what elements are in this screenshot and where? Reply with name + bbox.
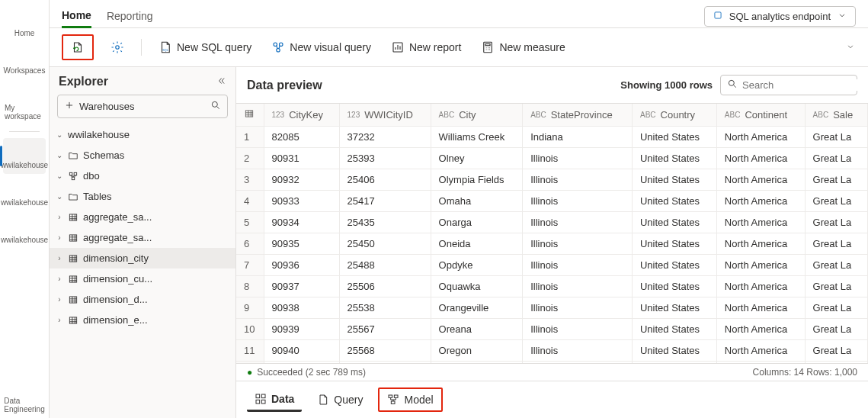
table-row[interactable]: 109093925567OreanaIllinoisUnited StatesN…	[236, 319, 868, 340]
toolbar: SQL New SQL query New visual query New r…	[50, 28, 868, 67]
table-cell: Illinois	[523, 319, 633, 340]
report-icon	[391, 40, 405, 54]
table-cell: North America	[716, 148, 805, 169]
table-row[interactable]: 29093125393OlneyIllinoisUnited StatesNor…	[236, 148, 868, 169]
tab-label: Model	[404, 394, 433, 406]
rail-label: wwilakehouse	[1, 236, 48, 244]
tree-node-Tables[interactable]: ⌄Tables	[50, 186, 235, 207]
tree-node-dimension_d-[interactable]: ›dimension_d...	[50, 289, 235, 310]
tree-node-dimension_e-[interactable]: ›dimension_e...	[50, 310, 235, 330]
new-sql-query-button[interactable]: SQL New SQL query	[155, 39, 255, 56]
rail-wwilakehouse-1[interactable]: wwilakehouse	[3, 138, 46, 174]
rail-home[interactable]: Home	[3, 6, 46, 42]
new-measure-button[interactable]: New measure	[478, 39, 568, 56]
data-grid: 123CityKey123WWICityIDABCCityABCStatePro…	[236, 104, 868, 363]
column-header-City[interactable]: ABCCity	[431, 104, 523, 127]
search-icon[interactable]	[210, 100, 221, 113]
tree-node-wwilakehouse[interactable]: ⌄wwilakehouse	[50, 124, 235, 145]
tree-node-aggregate_sa-[interactable]: ›aggregate_sa...	[50, 227, 235, 248]
table-cell: United States	[632, 233, 716, 255]
warehouses-button[interactable]: Warehouses	[57, 95, 228, 118]
row-number-cell: 2	[236, 148, 264, 169]
settings-button[interactable]	[107, 39, 127, 56]
rail-label: wwilakehouse	[1, 161, 48, 169]
tree-node-aggregate_sa-[interactable]: ›aggregate_sa...	[50, 207, 235, 227]
row-number-cell: 6	[236, 233, 264, 255]
svg-rect-38	[392, 401, 396, 404]
type-icon: ABC	[439, 111, 455, 119]
rail-my-workspace[interactable]: My workspace	[3, 81, 46, 125]
tree-node-dimension_city[interactable]: ›dimension_city	[50, 248, 235, 268]
rail-workspaces[interactable]: Workspaces	[3, 43, 46, 79]
table-row[interactable]: 89093725506OquawkaIllinoisUnited StatesN…	[236, 276, 868, 297]
svg-rect-34	[256, 400, 260, 404]
row-number-header[interactable]	[236, 104, 264, 127]
chevron-icon: ›	[56, 233, 63, 242]
collapse-explorer-button[interactable]	[216, 76, 226, 88]
grid-scroll[interactable]: 123CityKey123WWICityIDABCCityABCStatePro…	[236, 103, 868, 363]
table-row[interactable]: 119094025568OregonIllinoisUnited StatesN…	[236, 340, 868, 362]
svg-point-20	[212, 101, 217, 107]
tab-query[interactable]: Query	[309, 389, 370, 410]
tree-node-dimension_cu-[interactable]: ›dimension_cu...	[50, 268, 235, 289]
svg-rect-23	[72, 177, 75, 180]
table-cell: 90940	[264, 340, 339, 362]
table-row[interactable]: 79093625488OpdykeIllinoisUnited StatesNo…	[236, 255, 868, 276]
tab-home[interactable]: Home	[62, 5, 91, 28]
column-header-Continent[interactable]: ABCContinent	[716, 104, 805, 127]
tree-node-Schemas[interactable]: ⌄Schemas	[50, 145, 235, 166]
column-header-CityKey[interactable]: 123CityKey	[264, 104, 339, 127]
rail-data-engineering[interactable]: Data Engineering	[3, 374, 46, 418]
row-number-cell: 3	[236, 169, 264, 191]
table-row[interactable]: 39093225406Olympia FieldsIllinoisUnited …	[236, 169, 868, 191]
grid-icon	[255, 393, 267, 405]
search-input[interactable]	[742, 79, 868, 91]
preview-search-box[interactable]	[720, 75, 857, 95]
table-cell: Oregon	[431, 340, 523, 362]
column-header-StateProvince[interactable]: ABCStateProvince	[523, 104, 633, 127]
new-report-button[interactable]: New report	[388, 39, 464, 56]
table-row[interactable]: 18208537232Williams CreekIndianaUnited S…	[236, 127, 868, 148]
mode-selector[interactable]: SQL analytics endpoint	[704, 6, 856, 27]
rail-wwilakehouse-3[interactable]: wwilakehouse	[3, 213, 46, 249]
search-icon	[727, 79, 738, 92]
table-cell: Oreana	[431, 319, 523, 340]
table-cell: Illinois	[523, 340, 633, 362]
table-cell: North America	[716, 169, 805, 191]
explorer-panel: Explorer Warehouses ⌄wwilakehouse⌄Schema…	[50, 67, 236, 418]
row-number-cell: 8	[236, 276, 264, 297]
table-row[interactable]: 59093425435OnargaIllinoisUnited StatesNo…	[236, 212, 868, 233]
table-cell: Illinois	[523, 233, 633, 255]
rail-wwilakehouse-2[interactable]: wwilakehouse	[3, 175, 46, 211]
table-row[interactable]: 99093825538OrangevilleIllinoisUnited Sta…	[236, 297, 868, 319]
tab-data[interactable]: Data	[247, 388, 302, 412]
explorer-tree: ⌄wwilakehouse⌄Schemas⌄dbo⌄Tables›aggrega…	[50, 124, 235, 418]
chevron-icon: ›	[56, 275, 63, 283]
table-cell: Illinois	[523, 297, 633, 319]
tree-node-label: dimension_cu...	[83, 273, 152, 285]
chevron-icon: ›	[56, 254, 63, 262]
refresh-button[interactable]	[68, 39, 88, 56]
tree-node-dbo[interactable]: ⌄dbo	[50, 166, 235, 186]
table-cell: 25393	[339, 148, 431, 169]
rail-label: My workspace	[5, 104, 44, 121]
table-cell: North America	[716, 233, 805, 255]
tab-reporting[interactable]: Reporting	[107, 5, 153, 27]
table-cell: 25506	[339, 276, 431, 297]
table-row[interactable]: 49093325417OmahaIllinoisUnited StatesNor…	[236, 191, 868, 212]
table-cell: United States	[632, 212, 716, 233]
column-header-WWICityID[interactable]: 123WWICityID	[339, 104, 431, 127]
column-name: Continent	[745, 109, 787, 121]
column-header-Sale[interactable]: ABCSale	[805, 104, 867, 127]
column-header-Country[interactable]: ABCCountry	[632, 104, 716, 127]
bottom-tabs: Data Query Model	[236, 381, 868, 418]
tab-model[interactable]: Model	[378, 387, 442, 412]
table-cell: United States	[632, 340, 716, 362]
new-visual-query-button[interactable]: New visual query	[268, 39, 374, 56]
svg-rect-26	[69, 255, 76, 261]
toolbar-more-button[interactable]	[845, 41, 856, 54]
table-cell: United States	[632, 127, 716, 148]
table-cell: Illinois	[523, 169, 633, 191]
table-cell: 25567	[339, 319, 431, 340]
table-row[interactable]: 69093525450OneidaIllinoisUnited StatesNo…	[236, 233, 868, 255]
